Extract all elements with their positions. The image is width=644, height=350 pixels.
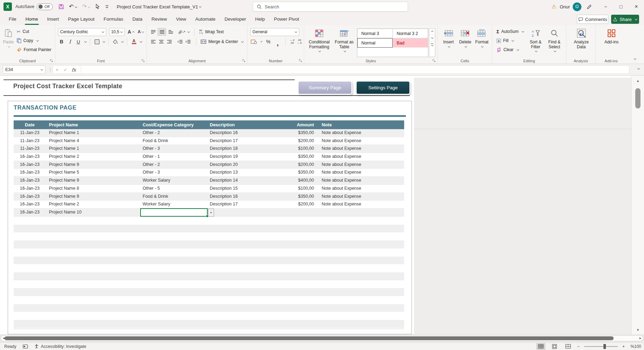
- cell-description[interactable]: Description 15: [207, 185, 291, 192]
- underline-dropdown[interactable]: [84, 40, 87, 42]
- paste-button[interactable]: Paste: [3, 27, 14, 57]
- cell-description[interactable]: Description 16: [207, 193, 291, 201]
- cell-amount[interactable]: $350,00: [291, 193, 317, 201]
- comma-style-button[interactable]: ,: [274, 38, 281, 46]
- ribbon-tab[interactable]: Formulas: [99, 13, 128, 25]
- cell-description[interactable]: Description 17: [207, 201, 291, 208]
- format-painter-button[interactable]: Format Painter: [15, 45, 53, 54]
- cell-amount[interactable]: $100,00: [291, 185, 317, 192]
- decrease-decimal-button[interactable]: .00→.0: [297, 39, 302, 44]
- page-break-preview-button[interactable]: [564, 343, 573, 350]
- mac​ro-record-icon[interactable]: [23, 344, 28, 349]
- cell-description[interactable]: Description 19: [207, 153, 291, 161]
- excel-logo-icon[interactable]: X: [3, 2, 12, 11]
- style-normal-3-2[interactable]: Normal 3 2: [393, 29, 428, 38]
- maximize-button[interactable]: □: [613, 0, 629, 13]
- ribbon-tab[interactable]: Page Layout: [64, 13, 99, 25]
- italic-button[interactable]: I: [66, 38, 73, 46]
- column-header-project-name[interactable]: Project Name: [46, 120, 140, 129]
- cell-amount[interactable]: $100,00: [291, 145, 317, 153]
- share-button[interactable]: Share: [611, 15, 639, 24]
- cell-amount[interactable]: $200,00: [291, 137, 317, 145]
- cell-description[interactable]: [207, 209, 291, 216]
- cell-note[interactable]: Note about Expense: [317, 201, 404, 208]
- cell-description[interactable]: Description 14: [207, 177, 291, 184]
- column-header-description[interactable]: Description: [207, 120, 291, 129]
- cell-description[interactable]: Description 13: [207, 169, 291, 176]
- cell-note[interactable]: Note about Expense: [317, 145, 404, 153]
- addins-button[interactable]: Add-ins: [601, 27, 622, 57]
- cell-project-name[interactable]: Project Name 2: [46, 201, 140, 208]
- style-normal[interactable]: Normal: [357, 38, 393, 48]
- gallery-down-button[interactable]: [429, 35, 435, 41]
- zoom-slider-thumb[interactable]: [603, 344, 606, 349]
- merge-center-button[interactable]: Merge & Center: [199, 37, 245, 46]
- copy-button[interactable]: Copy: [15, 36, 53, 45]
- column-header-category[interactable]: Cost/Expense Category: [140, 120, 207, 129]
- cell-date[interactable]: 16-Jan-23: [14, 169, 46, 176]
- align-left-button[interactable]: [150, 38, 157, 46]
- summary-page-button[interactable]: Summary Page: [298, 81, 352, 94]
- warning-icon[interactable]: ⚠: [552, 4, 556, 10]
- cell-project-name[interactable]: Project Name 9: [46, 193, 140, 201]
- customize-toolbar-button[interactable]: [105, 5, 109, 9]
- format-cells-button[interactable]: Format: [474, 27, 490, 57]
- ribbon-tab[interactable]: View: [171, 13, 191, 25]
- cell-description[interactable]: Description 18: [207, 145, 291, 153]
- cell-project-name[interactable]: Project Name 2: [46, 153, 140, 161]
- gallery-more-button[interactable]: [429, 41, 435, 48]
- cell-date[interactable]: 11-Jan-23: [14, 137, 46, 145]
- orientation-dropdown[interactable]: [187, 30, 190, 33]
- cut-button[interactable]: ✂ Cut: [15, 27, 53, 36]
- cell-date[interactable]: 11-Jan-23: [14, 145, 46, 153]
- fill-button[interactable]: Fill: [495, 36, 527, 45]
- cell-note[interactable]: [317, 209, 404, 216]
- column-header-date[interactable]: Date: [14, 120, 46, 129]
- align-top-button[interactable]: [150, 28, 157, 36]
- cell-category[interactable]: Other - 5: [140, 185, 207, 192]
- cell-category[interactable]: Other - 2: [140, 129, 207, 137]
- cell-date[interactable]: 16-Jan-23: [14, 209, 46, 216]
- ribbon-tab[interactable]: Data: [128, 13, 147, 25]
- gallery-up-button[interactable]: [429, 29, 435, 35]
- accounting-dropdown[interactable]: [261, 40, 263, 42]
- cell-amount[interactable]: [291, 209, 317, 216]
- cell-amount[interactable]: $350,00: [291, 169, 317, 176]
- wrap-text-button[interactable]: ab↩c Wrap Text: [198, 27, 225, 36]
- cell-date[interactable]: 16-Jan-23: [14, 193, 46, 201]
- increase-decimal-button[interactable]: ←.0.00: [289, 39, 294, 44]
- insert-cells-button[interactable]: Insert: [441, 27, 457, 57]
- name-box[interactable]: E34: [3, 65, 45, 74]
- autosum-button[interactable]: Σ AutoSum: [495, 27, 527, 36]
- style-bad[interactable]: Bad: [393, 38, 428, 48]
- formula-cancel-button[interactable]: ×: [53, 67, 61, 72]
- format-as-table-button[interactable]: Format as Table: [331, 27, 357, 57]
- cell-date[interactable]: 16-Jan-23: [14, 185, 46, 192]
- page-layout-view-button[interactable]: [550, 343, 559, 350]
- cell-project-name[interactable]: Project Name 1: [46, 129, 140, 137]
- cell-date[interactable]: 16-Jan-23: [14, 161, 46, 169]
- cell-note[interactable]: Note about Expense: [317, 137, 404, 145]
- styles-dialog-launcher[interactable]: [432, 59, 436, 62]
- decrease-indent-button[interactable]: [177, 38, 184, 46]
- font-color-button[interactable]: A: [130, 38, 137, 46]
- borders-dropdown[interactable]: [103, 40, 105, 42]
- normal-view-button[interactable]: [536, 343, 545, 350]
- orientation-button[interactable]: ab↗: [178, 28, 185, 36]
- alignment-dialog-launcher[interactable]: [242, 59, 245, 62]
- ribbon-tab[interactable]: Developer: [220, 13, 251, 25]
- cell-category[interactable]: Other - 2: [140, 161, 207, 169]
- data-validation-dropdown[interactable]: ▾: [208, 209, 214, 217]
- autosave-toggle[interactable]: Off: [37, 4, 53, 10]
- analyze-data-button[interactable]: Analyze Data: [570, 27, 593, 57]
- cell-project-name[interactable]: Project Name 8: [46, 185, 140, 192]
- close-button[interactable]: ×: [629, 0, 644, 13]
- editor-pen-icon[interactable]: [586, 4, 592, 10]
- cell-project-name[interactable]: Project Name 5: [46, 169, 140, 176]
- cell-note[interactable]: Note about Expense: [317, 193, 404, 201]
- decrease-font-size-button[interactable]: A: [137, 28, 144, 36]
- fill-color-dropdown[interactable]: [121, 40, 124, 42]
- cell-note[interactable]: Note about Expense: [317, 129, 404, 137]
- percent-style-button[interactable]: %: [265, 38, 272, 46]
- align-bottom-button[interactable]: [167, 28, 174, 36]
